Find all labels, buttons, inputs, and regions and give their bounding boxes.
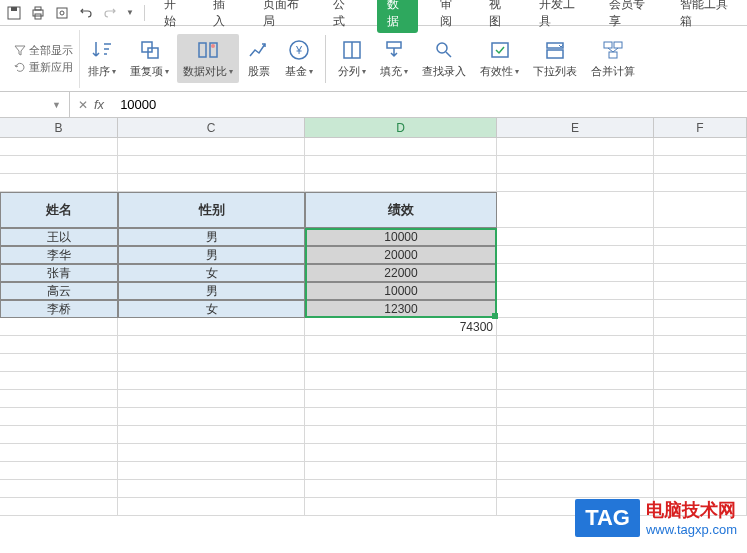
merge-button[interactable]: 合并计算 <box>585 34 641 83</box>
cell[interactable] <box>497 336 654 354</box>
cell[interactable] <box>118 318 305 336</box>
tab-dev[interactable]: 开发工具 <box>533 0 588 34</box>
cell[interactable] <box>0 318 118 336</box>
sum-cell[interactable]: 74300 <box>305 318 497 336</box>
cell[interactable] <box>497 372 654 390</box>
fill-button[interactable]: 填充▾ <box>374 34 414 83</box>
col-header-d[interactable]: D <box>305 118 497 137</box>
undo-icon[interactable] <box>78 5 94 21</box>
cell[interactable] <box>497 426 654 444</box>
tab-member[interactable]: 会员专享 <box>603 0 658 34</box>
validate-button[interactable]: 有效性▾ <box>474 34 525 83</box>
cell[interactable] <box>497 462 654 480</box>
table-cell[interactable]: 12300 <box>305 300 497 318</box>
cell[interactable] <box>118 174 305 192</box>
cell[interactable] <box>305 390 497 408</box>
cell[interactable] <box>497 228 654 246</box>
cell[interactable] <box>654 444 747 462</box>
sort-button[interactable]: 排序▾ <box>82 34 122 83</box>
cell[interactable] <box>654 372 747 390</box>
name-box[interactable]: ▼ <box>0 92 70 117</box>
tab-view[interactable]: 视图 <box>483 0 516 34</box>
cell[interactable] <box>654 354 747 372</box>
cell[interactable] <box>118 426 305 444</box>
table-cell[interactable]: 女 <box>118 300 305 318</box>
table-cell[interactable]: 10000 <box>305 228 497 246</box>
cell[interactable] <box>305 408 497 426</box>
cell[interactable] <box>118 444 305 462</box>
table-cell[interactable]: 女 <box>118 264 305 282</box>
cell[interactable] <box>0 408 118 426</box>
table-header-perf[interactable]: 绩效 <box>305 192 497 228</box>
col-header-c[interactable]: C <box>118 118 305 137</box>
cell[interactable] <box>497 264 654 282</box>
split-button[interactable]: 分列▾ <box>332 34 372 83</box>
col-header-b[interactable]: B <box>0 118 118 137</box>
table-cell[interactable]: 李华 <box>0 246 118 264</box>
cell[interactable] <box>118 390 305 408</box>
tab-formula[interactable]: 公式 <box>327 0 360 34</box>
table-cell[interactable]: 22000 <box>305 264 497 282</box>
cell[interactable] <box>305 138 497 156</box>
cell[interactable] <box>118 156 305 174</box>
table-header-name[interactable]: 姓名 <box>0 192 118 228</box>
cell[interactable] <box>654 390 747 408</box>
stock-button[interactable]: 股票 <box>241 34 277 83</box>
table-cell[interactable]: 张青 <box>0 264 118 282</box>
cell[interactable] <box>0 462 118 480</box>
reapply-button[interactable]: 重新应用 <box>14 60 73 75</box>
all-show-button[interactable]: 全部显示 <box>14 43 73 58</box>
cell[interactable] <box>654 138 747 156</box>
cell[interactable] <box>654 174 747 192</box>
print-icon[interactable] <box>30 5 46 21</box>
table-cell[interactable]: 男 <box>118 228 305 246</box>
cell[interactable] <box>654 228 747 246</box>
tab-layout[interactable]: 页面布局 <box>257 0 312 34</box>
cell[interactable] <box>497 318 654 336</box>
cell[interactable] <box>654 156 747 174</box>
col-header-e[interactable]: E <box>497 118 654 137</box>
cell[interactable] <box>118 138 305 156</box>
dropdown-list-button[interactable]: 下拉列表 <box>527 34 583 83</box>
cell[interactable] <box>0 444 118 462</box>
cell[interactable] <box>497 300 654 318</box>
table-cell[interactable]: 男 <box>118 282 305 300</box>
cell[interactable] <box>654 192 747 228</box>
cell[interactable] <box>654 282 747 300</box>
cell[interactable] <box>497 246 654 264</box>
cell[interactable] <box>305 156 497 174</box>
table-cell[interactable]: 20000 <box>305 246 497 264</box>
cell[interactable] <box>305 372 497 390</box>
cell[interactable] <box>305 354 497 372</box>
tab-insert[interactable]: 插入 <box>207 0 240 34</box>
table-cell[interactable]: 王以 <box>0 228 118 246</box>
cell[interactable] <box>0 138 118 156</box>
cell[interactable] <box>654 300 747 318</box>
table-cell[interactable]: 高云 <box>0 282 118 300</box>
cell[interactable] <box>654 264 747 282</box>
cell[interactable] <box>497 480 654 498</box>
tab-data[interactable]: 数据 <box>377 0 418 33</box>
preview-icon[interactable] <box>54 5 70 21</box>
cell[interactable] <box>497 174 654 192</box>
cell[interactable] <box>654 336 747 354</box>
cell[interactable] <box>654 426 747 444</box>
tab-start[interactable]: 开始 <box>158 0 191 34</box>
compare-button[interactable]: 数据对比▾ <box>177 34 239 83</box>
cell[interactable] <box>654 462 747 480</box>
cell[interactable] <box>497 354 654 372</box>
redo-icon[interactable] <box>102 5 118 21</box>
tab-smart[interactable]: 智能工具箱 <box>674 0 739 34</box>
formula-input[interactable] <box>112 97 747 112</box>
cell[interactable] <box>654 480 747 498</box>
duplicate-button[interactable]: 重复项▾ <box>124 34 175 83</box>
table-cell[interactable]: 李桥 <box>0 300 118 318</box>
cell[interactable] <box>0 354 118 372</box>
cell[interactable] <box>305 498 497 516</box>
cell[interactable] <box>0 336 118 354</box>
cell[interactable] <box>654 318 747 336</box>
cell[interactable] <box>497 156 654 174</box>
fx-cancel-icon[interactable]: ✕ <box>78 98 88 112</box>
fund-button[interactable]: ¥ 基金▾ <box>279 34 319 83</box>
cell[interactable] <box>118 462 305 480</box>
